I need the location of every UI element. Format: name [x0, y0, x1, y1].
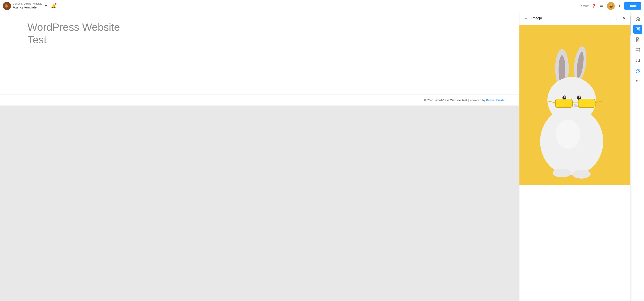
topbar-small-label: Currently Editing Template	[13, 2, 42, 5]
canvas-empty-section	[0, 67, 519, 85]
list-svg-icon	[599, 3, 604, 7]
topbar-title: Currently Editing Template Agency templa…	[13, 2, 42, 9]
svg-point-5	[543, 32, 544, 33]
home-icon	[635, 16, 640, 21]
help-button[interactable]: ❓	[592, 4, 596, 8]
svg-rect-0	[600, 4, 603, 4]
notification-dot	[55, 3, 56, 4]
list-icon-button[interactable]	[598, 2, 605, 9]
panel-prev-button[interactable]: ‹	[608, 15, 612, 21]
canvas-gray-area	[0, 105, 519, 301]
svg-rect-1	[600, 5, 603, 5]
svg-point-33	[572, 170, 591, 179]
svg-point-6	[616, 44, 617, 45]
edited-label: Edited	[581, 4, 590, 7]
logo-icon: 🦫	[3, 2, 11, 10]
footer-text: © 2021 WordPress Website Test | Powered …	[424, 98, 486, 102]
sidebar-apps-button[interactable]	[633, 77, 642, 86]
canvas-area: WordPress Website Test © 2021 WordPress …	[0, 12, 519, 301]
svg-point-7	[604, 34, 605, 35]
svg-rect-37	[638, 28, 639, 29]
add-button[interactable]: +	[617, 2, 622, 10]
sidebar-home-button[interactable]	[633, 14, 642, 23]
svg-point-4	[531, 36, 532, 38]
comment-icon	[635, 58, 640, 63]
footer-link[interactable]: Beaver Builder	[486, 98, 506, 102]
panel-header: ← Image ‹ › ✕	[520, 12, 631, 25]
svg-point-46	[639, 80, 640, 81]
svg-rect-35	[636, 27, 640, 31]
svg-point-17	[579, 96, 580, 98]
sidebar-page-button[interactable]	[633, 35, 642, 44]
svg-point-34	[556, 120, 580, 149]
svg-rect-38	[637, 29, 638, 30]
svg-point-47	[636, 81, 637, 82]
svg-point-16	[564, 96, 566, 98]
main-layout: WordPress Website Test © 2021 WordPress …	[0, 12, 644, 301]
page-title: WordPress Website Test	[28, 21, 519, 46]
svg-rect-26	[578, 99, 595, 107]
canvas-divider-2	[0, 90, 519, 90]
svg-rect-36	[637, 28, 638, 29]
svg-point-48	[637, 81, 638, 82]
svg-point-32	[553, 169, 571, 177]
svg-point-52	[639, 83, 640, 83]
canvas-divider	[0, 62, 519, 62]
apps-icon	[635, 79, 640, 84]
topbar: 🦫 Currently Editing Template Agency temp…	[0, 0, 644, 12]
svg-point-49	[639, 81, 640, 82]
svg-rect-25	[555, 99, 572, 107]
canvas-content: WordPress Website Test	[0, 12, 519, 57]
svg-point-45	[637, 80, 638, 81]
far-right-sidebar	[631, 12, 644, 301]
right-panel: ← Image ‹ › ✕	[519, 12, 631, 301]
topbar-left: 🦫 Currently Editing Template Agency temp…	[3, 2, 581, 10]
panel-back-button[interactable]: ←	[523, 15, 529, 21]
sidebar-comment-button[interactable]	[633, 56, 642, 65]
svg-point-51	[637, 83, 638, 83]
panel-next-button[interactable]: ›	[614, 15, 619, 21]
page-icon	[635, 37, 640, 42]
done-button[interactable]: Done	[624, 2, 641, 9]
svg-point-50	[636, 83, 637, 83]
image-icon	[635, 48, 640, 53]
topbar-main-title: Agency template	[13, 5, 42, 9]
sidebar-template-button[interactable]	[633, 25, 642, 34]
bunny-image	[520, 25, 631, 185]
panel-close-button[interactable]: ✕	[621, 15, 628, 21]
scrollbar-thumb	[630, 16, 631, 35]
notification-bell-button[interactable]: 🔔	[50, 2, 57, 10]
topbar-dropdown-button[interactable]: ▾	[44, 3, 48, 9]
cookie-button[interactable]: 🍪	[607, 2, 615, 10]
sidebar-refresh-button[interactable]	[633, 67, 642, 76]
panel-image-container	[520, 25, 631, 301]
svg-rect-39	[638, 29, 639, 30]
panel-scrollbar[interactable]	[630, 12, 631, 301]
refresh-icon	[635, 69, 640, 74]
panel-title: Image	[531, 16, 606, 20]
svg-rect-2	[600, 6, 603, 7]
sidebar-image-button[interactable]	[633, 46, 642, 55]
canvas-footer: © 2021 WordPress Website Test | Powered …	[0, 95, 519, 105]
template-icon	[635, 27, 640, 32]
svg-point-44	[636, 80, 637, 81]
topbar-right: Edited ❓ 🍪 + Done	[581, 2, 641, 10]
